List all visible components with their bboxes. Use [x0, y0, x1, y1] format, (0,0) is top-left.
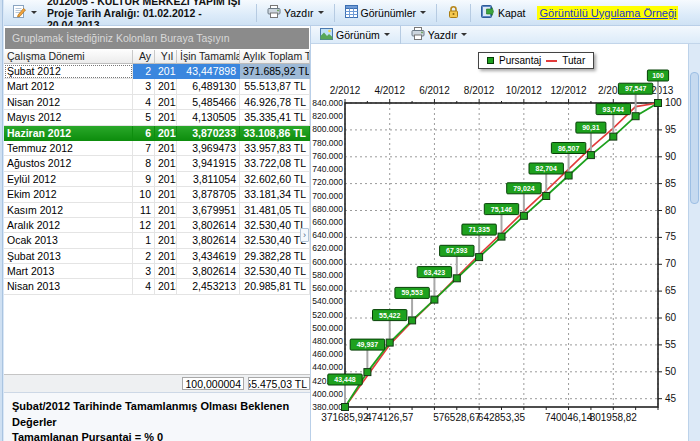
cell-month[interactable]: 5	[133, 110, 155, 125]
column-header-1[interactable]: Çalışma Dönemi	[4, 50, 133, 64]
cell-monthly-amount[interactable]: 32.602,60 TL	[240, 172, 310, 187]
cell-year[interactable]: 2013	[155, 233, 177, 248]
table-row[interactable]: Mayıs 2012520124,13050535.335,41 TL	[4, 110, 310, 125]
cell-completed-pct[interactable]: 4,130505	[177, 110, 240, 125]
cell-completed-pct[interactable]: 3,802614	[177, 264, 240, 279]
cell-year[interactable]: 2012	[155, 187, 177, 202]
cell-monthly-amount[interactable]: 33.108,86 TL	[240, 126, 310, 141]
cell-monthly-amount[interactable]: 35.335,41 TL	[240, 110, 310, 125]
edit-button[interactable]	[7, 1, 42, 24]
cell-month[interactable]: 8	[133, 156, 155, 171]
table-row[interactable]: Nisan 2012420125,48546646.926,78 TL	[4, 95, 310, 110]
cell-period[interactable]: Mart 2012	[4, 79, 133, 94]
chart-legend[interactable]: PursantajTutar	[478, 52, 594, 69]
cell-year[interactable]: 2012	[155, 126, 177, 141]
group-by-drop-zone[interactable]: Gruplamak İstediğiniz Kolonları Buraya T…	[5, 28, 309, 49]
table-row[interactable]: Şubat 20122201243,447898371.685,92 TL	[4, 64, 310, 79]
column-header-5[interactable]: Aylık Toplam Tutar	[240, 50, 310, 64]
cell-month[interactable]: 2	[133, 249, 155, 264]
cell-period[interactable]: Nisan 2012	[4, 95, 133, 110]
cell-monthly-amount[interactable]: 31.481,05 TL	[240, 203, 310, 218]
cell-monthly-amount[interactable]: 55.513,87 TL	[240, 79, 310, 94]
cell-year[interactable]: 2012	[155, 156, 177, 171]
cell-period[interactable]: Temmuz 2012	[4, 141, 133, 156]
cell-year[interactable]: 2012	[155, 172, 177, 187]
cell-period[interactable]: Şubat 2012	[4, 64, 133, 79]
cell-completed-pct[interactable]: 3,870233	[177, 126, 240, 141]
cell-monthly-amount[interactable]: 33.181,34 TL	[240, 187, 310, 202]
table-row[interactable]: Temmuz 2012720123,96947333.957,83 TL	[4, 141, 310, 156]
table-row[interactable]: Nisan 2013420132,45321320.985,81 TL	[4, 279, 310, 294]
cell-month[interactable]: 12	[133, 218, 155, 233]
table-row[interactable]: Ekim 20121020123,87870533.181,34 TL	[4, 187, 310, 202]
cell-monthly-amount[interactable]: 46.926,78 TL	[240, 95, 310, 110]
cell-month[interactable]: 7	[133, 141, 155, 156]
cell-period[interactable]: Nisan 2013	[4, 279, 133, 294]
cell-completed-pct[interactable]: 3,811054	[177, 172, 240, 187]
chart-scrollbar-thumb[interactable]	[690, 72, 699, 204]
chart-print-button[interactable]: Yazdır	[406, 24, 473, 45]
print-button[interactable]: Yazdır	[262, 2, 329, 23]
cell-period[interactable]: Mayıs 2012	[4, 110, 133, 125]
table-row[interactable]: Ocak 2013120133,80261432.530,40 TL	[4, 233, 310, 248]
cell-year[interactable]: 2012	[155, 79, 177, 94]
table-row[interactable]: Şubat 2013220133,43461929.382,28 TL	[4, 249, 310, 264]
cell-year[interactable]: 2012	[155, 141, 177, 156]
cell-completed-pct[interactable]: 3,969473	[177, 141, 240, 156]
close-button[interactable]: Kapat	[476, 2, 530, 23]
cell-month[interactable]: 1	[133, 233, 155, 248]
cell-month[interactable]: 2	[133, 64, 155, 79]
cell-period[interactable]: Haziran 2012	[4, 126, 133, 141]
cell-completed-pct[interactable]: 5,485466	[177, 95, 240, 110]
cell-period[interactable]: Kasım 2012	[4, 203, 133, 218]
table-row[interactable]: Haziran 2012620123,87023333.108,86 TL	[4, 126, 310, 141]
cell-completed-pct[interactable]: 2,453213	[177, 279, 240, 294]
column-header-4[interactable]: İşin Tamamlanan	[177, 50, 240, 64]
cell-period[interactable]: Ocak 2013	[4, 233, 133, 248]
table-row[interactable]: Ağustos 2012820123,94191533.722,08 TL	[4, 156, 310, 171]
grid-scroll-arrow[interactable]: ›	[300, 228, 309, 242]
column-header-3[interactable]: Yıl	[155, 50, 177, 64]
cell-period[interactable]: Mart 2013	[4, 264, 133, 279]
cell-year[interactable]: 2013	[155, 279, 177, 294]
chart-view-button[interactable]: Görünüm	[315, 25, 395, 45]
cell-year[interactable]: 2013	[155, 264, 177, 279]
cell-monthly-amount[interactable]: 33.957,83 TL	[240, 141, 310, 156]
cell-month[interactable]: 11	[133, 203, 155, 218]
cell-completed-pct[interactable]: 3,878705	[177, 187, 240, 202]
cell-completed-pct[interactable]: 3,802614	[177, 233, 240, 248]
cell-monthly-amount[interactable]: 29.382,28 TL	[240, 249, 310, 264]
chart-scrollbar[interactable]	[688, 44, 700, 441]
cell-completed-pct[interactable]: 3,434619	[177, 249, 240, 264]
cell-completed-pct[interactable]: 6,489130	[177, 79, 240, 94]
table-row[interactable]: Kasım 20121120123,67995131.481,05 TL	[4, 203, 310, 218]
cell-monthly-amount[interactable]: 371.685,92 TL	[240, 64, 310, 79]
cell-year[interactable]: 2012	[155, 218, 177, 233]
cell-month[interactable]: 6	[133, 126, 155, 141]
column-header-2[interactable]: Ay	[133, 50, 155, 64]
cell-month[interactable]: 3	[133, 79, 155, 94]
cell-month[interactable]: 3	[133, 264, 155, 279]
table-row[interactable]: Eylül 2012920123,81105432.602,60 TL	[4, 172, 310, 187]
cell-period[interactable]: Aralık 2012	[4, 218, 133, 233]
cell-period[interactable]: Şubat 2013	[4, 249, 133, 264]
cell-monthly-amount[interactable]: 33.722,08 TL	[240, 156, 310, 171]
table-row[interactable]: Mart 2012320126,48913055.513,87 TL	[4, 79, 310, 94]
cell-year[interactable]: 2012	[155, 203, 177, 218]
cell-year[interactable]: 2013	[155, 249, 177, 264]
lock-button[interactable]	[442, 2, 465, 24]
cell-year[interactable]: 2012	[155, 95, 177, 110]
table-row[interactable]: Mart 2013320133,80261432.530,40 TL	[4, 264, 310, 279]
cell-completed-pct[interactable]: 3,802614	[177, 218, 240, 233]
cell-month[interactable]: 4	[133, 95, 155, 110]
cell-month[interactable]: 4	[133, 279, 155, 294]
cell-period[interactable]: Ekim 2012	[4, 187, 133, 202]
cell-month[interactable]: 9	[133, 172, 155, 187]
cell-completed-pct[interactable]: 3,941915	[177, 156, 240, 171]
cell-monthly-amount[interactable]: 32.530,40 TL	[240, 264, 310, 279]
cell-year[interactable]: 2012	[155, 64, 177, 79]
cell-year[interactable]: 2012	[155, 110, 177, 125]
cell-monthly-amount[interactable]: 20.985,81 TL	[240, 279, 310, 294]
table-row[interactable]: Aralık 20121220123,80261432.530,40 TL	[4, 218, 310, 233]
cell-period[interactable]: Ağustos 2012	[4, 156, 133, 171]
